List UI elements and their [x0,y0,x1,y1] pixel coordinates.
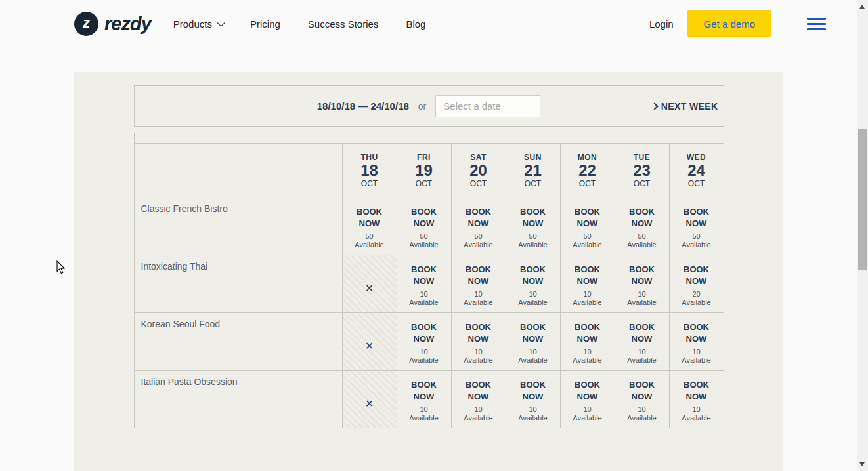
book-now-link[interactable]: BOOK NOW [682,264,712,287]
unavailable-cell: ✕ [342,313,397,371]
nav-item-success-stories[interactable]: Success Stories [308,18,379,30]
date-range-label: 18/10/18 — 24/10/18 [317,100,409,112]
availability-cell: BOOK NOW10Available [397,313,451,371]
product-name: Intoxicating Thai [134,255,342,313]
day-of-week: MON [561,153,615,162]
rezdy-logo[interactable]: z rezdy [74,12,151,36]
availability-cell: BOOK NOW10Available [615,255,669,313]
book-now-link[interactable]: BOOK NOW [409,264,439,287]
book-now-link[interactable]: BOOK NOW [682,321,712,345]
rezdy-logo-icon: z [74,12,98,36]
availability-count: 10Available [561,405,615,422]
nav-item-pricing[interactable]: Pricing [250,18,280,30]
booking-widget-card: 18/10/18 — 24/10/18 or NEXT WEEK THU18OC… [74,72,783,471]
nav-item-blog[interactable]: Blog [406,18,425,30]
unavailable-cell: ✕ [342,371,397,428]
availability-count: 10Available [506,290,560,307]
availability-count: 50Available [670,232,724,249]
day-of-week: SUN [506,153,560,162]
book-now-link[interactable]: BOOK NOW [464,206,494,230]
availability-count: 50Available [561,232,615,249]
book-now-link[interactable]: BOOK NOW [627,264,657,287]
day-number: 20 [452,162,506,179]
availability-cell: BOOK NOW10Available [451,255,506,313]
scroll-up-arrow-icon[interactable] [859,5,865,9]
scroll-down-arrow-icon[interactable] [859,462,865,466]
unavailable-x-icon: ✕ [365,283,374,294]
unavailable-x-icon: ✕ [365,340,374,352]
product-row: Korean Seoul Food✕BOOK NOW10AvailableBOO… [134,313,724,371]
book-now-link[interactable]: BOOK NOW [518,321,548,345]
day-of-week: THU [343,153,397,162]
day-number: 18 [343,162,397,179]
book-now-link[interactable]: BOOK NOW [409,206,439,230]
day-number: 23 [615,162,669,179]
book-now-link[interactable]: BOOK NOW [573,264,603,287]
date-controls: 18/10/18 — 24/10/18 or [317,95,541,117]
calendar-toolbar: 18/10/18 — 24/10/18 or NEXT WEEK [134,85,724,127]
product-row: Intoxicating Thai✕BOOK NOW10AvailableBOO… [134,255,724,313]
select-date-input[interactable] [435,95,540,117]
availability-count: 10Available [506,348,560,365]
month-label: OCT [343,179,397,188]
book-now-link[interactable]: BOOK NOW [355,206,385,230]
book-now-link[interactable]: BOOK NOW [573,206,603,230]
availability-cell: BOOK NOW10Available [615,313,669,371]
product-name: Italian Pasta Obsession [134,371,342,428]
top-nav: z rezdy Products Pricing Success Stories… [0,0,868,47]
availability-count: 10Available [670,405,724,422]
availability-count: 10Available [452,348,506,365]
next-week-button[interactable]: NEXT WEEK [652,86,718,126]
book-now-link[interactable]: BOOK NOW [627,379,657,403]
book-now-link[interactable]: BOOK NOW [464,379,494,403]
availability-calendar: 18/10/18 — 24/10/18 or NEXT WEEK THU18OC… [134,85,724,428]
book-now-link[interactable]: BOOK NOW [627,321,657,345]
day-of-week: FRI [397,153,451,162]
unavailable-x-icon: ✕ [365,398,374,409]
nav-item-products[interactable]: Products [173,18,223,30]
day-header-sat: SAT20OCT [451,144,506,197]
unavailable-cell: ✕ [342,255,397,313]
day-header-sun: SUN21OCT [506,144,560,197]
availability-cell: BOOK NOW10Available [397,255,451,313]
availability-cell: BOOK NOW50Available [506,197,560,255]
book-now-link[interactable]: BOOK NOW [464,321,494,345]
availability-count: 50Available [506,232,560,249]
availability-count: 20Available [670,290,724,307]
book-now-link[interactable]: BOOK NOW [464,264,494,287]
product-name: Classic French Bistro [134,197,342,255]
availability-cell: BOOK NOW50Available [342,197,397,255]
book-now-link[interactable]: BOOK NOW [627,206,657,230]
nav-item-products-label: Products [173,18,212,30]
book-now-link[interactable]: BOOK NOW [518,264,548,287]
month-label: OCT [670,179,724,188]
get-a-demo-button[interactable]: Get a demo [687,10,771,37]
availability-count: 50Available [615,232,669,249]
availability-count: 10Available [506,405,560,422]
vertical-scrollbar[interactable] [857,0,868,471]
book-now-link[interactable]: BOOK NOW [409,379,439,403]
calendar-spacer-row [134,133,724,143]
availability-cell: BOOK NOW10Available [560,371,615,428]
book-now-link[interactable]: BOOK NOW [409,321,439,345]
or-label: or [418,101,426,112]
day-of-week: SAT [452,153,506,162]
book-now-link[interactable]: BOOK NOW [682,379,712,403]
availability-cell: BOOK NOW20Available [669,255,724,313]
day-header-thu: THU18OCT [342,144,397,197]
hamburger-menu-icon[interactable] [807,18,826,30]
book-now-link[interactable]: BOOK NOW [573,321,603,345]
book-now-link[interactable]: BOOK NOW [518,206,548,230]
day-number: 21 [506,162,560,179]
availability-cell: BOOK NOW50Available [451,197,506,255]
availability-cell: BOOK NOW10Available [669,313,724,371]
availability-count: 50Available [397,232,451,249]
availability-count: 10Available [452,405,506,422]
book-now-link[interactable]: BOOK NOW [682,206,712,230]
scrollbar-thumb[interactable] [858,129,867,270]
book-now-link[interactable]: BOOK NOW [518,379,548,403]
availability-cell: BOOK NOW10Available [560,313,615,371]
next-week-label: NEXT WEEK [661,101,718,112]
login-link[interactable]: Login [649,18,674,30]
book-now-link[interactable]: BOOK NOW [573,379,603,403]
